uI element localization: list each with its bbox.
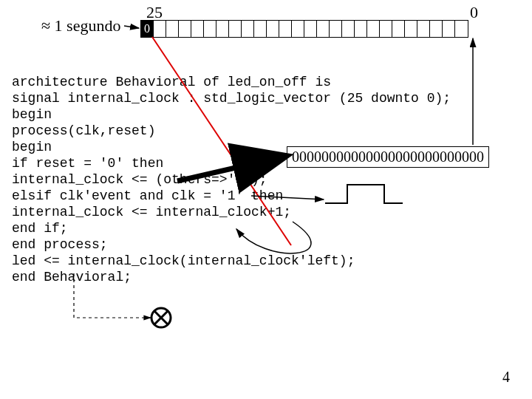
- bit-vector-bar: 0: [140, 20, 468, 38]
- bit-cell: [166, 21, 179, 37]
- bit-cell: [443, 21, 455, 37]
- bit-cell: [179, 21, 191, 37]
- bit-cell: [292, 21, 304, 37]
- svg-line-1: [154, 311, 168, 324]
- page-number: 4: [502, 369, 510, 386]
- bit-cell: [304, 21, 317, 37]
- bit-cell: [191, 21, 204, 37]
- bit-cell: [330, 21, 342, 37]
- bit-cell: [380, 21, 392, 37]
- svg-point-0: [151, 308, 171, 327]
- arrow-segundo-to-msb: [124, 26, 139, 28]
- bit-cell: [242, 21, 254, 37]
- label-approx-one-second: ≈ 1 segundo: [41, 16, 120, 35]
- bit-cell: [342, 21, 355, 37]
- bit-cell: [279, 21, 292, 37]
- zeros-value-box: 00000000000000000000000000: [287, 146, 489, 168]
- svg-line-2: [154, 311, 168, 324]
- bit-cell: [204, 21, 216, 37]
- bit-cell: [405, 21, 417, 37]
- bit-cell: [417, 21, 430, 37]
- bit-cell: [392, 21, 405, 37]
- bit-cell: [216, 21, 229, 37]
- bit-cell: [267, 21, 279, 37]
- bit-cell: [430, 21, 443, 37]
- bit-cell: [455, 21, 468, 37]
- bit-cell-msb: 0: [141, 21, 154, 37]
- otimes-icon: [151, 308, 171, 327]
- bit-cell: [229, 21, 242, 37]
- bit-cell: [355, 21, 367, 37]
- bit-cell: [154, 21, 166, 37]
- label-bit-index-lsb: 0: [470, 3, 478, 22]
- bit-cell: [317, 21, 330, 37]
- bit-cell: [254, 21, 267, 37]
- bit-cell: [367, 21, 380, 37]
- vhdl-code-block: architecture Behavioral of led_on_off is…: [12, 74, 451, 285]
